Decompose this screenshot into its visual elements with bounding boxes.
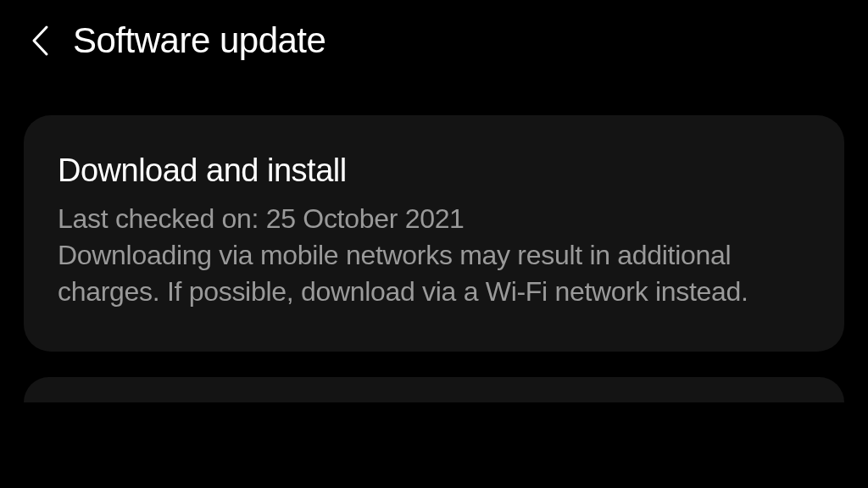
page-title: Software update (73, 20, 326, 61)
content: Download and install Last checked on: 25… (0, 81, 868, 402)
back-icon[interactable] (31, 25, 49, 57)
download-install-card[interactable]: Download and install Last checked on: 25… (24, 115, 844, 352)
card-subtitle: Last checked on: 25 October 2021 Downloa… (58, 201, 810, 311)
last-checked-text: Last checked on: 25 October 2021 (58, 203, 465, 234)
next-card-peek[interactable] (24, 377, 844, 402)
card-title: Download and install (58, 152, 810, 189)
card-description: Downloading via mobile networks may resu… (58, 240, 748, 307)
header: Software update (0, 0, 868, 81)
